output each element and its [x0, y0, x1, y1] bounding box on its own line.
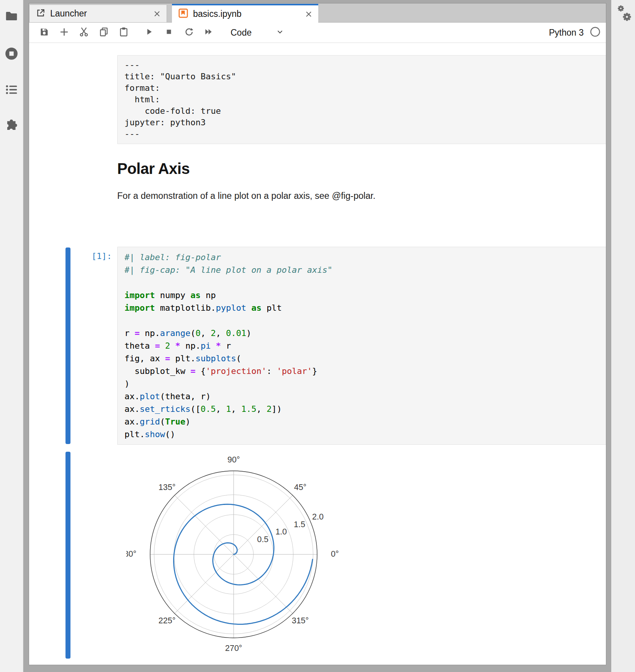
markdown-cell-row: Polar Axis For a demonstration of a line… — [65, 144, 606, 202]
copy-cells-button[interactable] — [97, 26, 110, 39]
sidebar-item-running-kernels[interactable] — [0, 40, 23, 67]
screen: Launcher basics.ipynb — [0, 0, 635, 672]
jupyterlab-window: Launcher basics.ipynb — [29, 3, 606, 665]
activity-bar — [0, 0, 23, 672]
output-collapser[interactable] — [65, 452, 70, 659]
tab-label: Launcher — [50, 8, 87, 19]
right-panel-strip — [611, 0, 635, 672]
output-gutter — [65, 451, 117, 659]
output-cell-row: 0°45°90°135°180°225°270°315°0.51.01.52.0 — [65, 451, 606, 659]
stop-icon — [164, 27, 173, 38]
tab-notebook[interactable]: basics.ipynb — [172, 4, 318, 23]
kernel-name[interactable]: Python 3 — [549, 28, 584, 38]
code-cell[interactable]: #| label: fig-polar#| fig-cap: "A line p… — [117, 247, 606, 445]
raw-cell-source[interactable]: ---title: "Quarto Basics"format: html: c… — [118, 56, 606, 144]
cell-type-value: Code — [231, 28, 252, 38]
svg-text:45°: 45° — [294, 483, 307, 492]
tab-label: basics.ipynb — [193, 9, 242, 19]
close-icon[interactable] — [143, 10, 161, 18]
output-area: 0°45°90°135°180°225°270°315°0.51.01.52.0 — [117, 451, 341, 659]
cell-type-dropdown[interactable]: Code — [231, 27, 285, 38]
puzzle-icon — [4, 118, 19, 133]
cut-icon — [79, 26, 89, 39]
tab-bar: Launcher basics.ipynb — [29, 3, 606, 23]
svg-text:2.0: 2.0 — [312, 512, 324, 521]
polar-plot-figure: 0°45°90°135°180°225°270°315°0.51.01.52.0 — [126, 451, 341, 658]
code-cell-gutter: [1]: — [65, 247, 117, 445]
cell-collapser[interactable] — [65, 247, 70, 444]
markdown-paragraph: For a demonstration of a line plot on a … — [117, 190, 606, 202]
svg-text:0.5: 0.5 — [257, 535, 268, 544]
paste-cells-button[interactable] — [117, 26, 130, 39]
restart-kernel-button[interactable] — [182, 26, 195, 39]
svg-text:0°: 0° — [331, 549, 339, 559]
interrupt-kernel-button[interactable] — [162, 26, 175, 39]
tab-launcher[interactable]: Launcher — [29, 5, 167, 22]
sidebar-item-extensions[interactable] — [0, 112, 23, 139]
chevron-down-icon — [252, 27, 285, 38]
stop-circle-icon — [4, 46, 19, 61]
launcher-icon — [36, 8, 46, 20]
close-icon[interactable] — [295, 10, 313, 18]
restart-run-all-button[interactable] — [202, 26, 215, 39]
list-icon — [4, 82, 19, 97]
svg-text:315°: 315° — [292, 616, 309, 625]
fast-forward-icon — [203, 26, 214, 39]
run-icon — [144, 27, 154, 38]
paste-icon — [118, 26, 129, 39]
svg-text:135°: 135° — [159, 483, 175, 492]
save-button[interactable] — [38, 26, 51, 39]
svg-text:1.0: 1.0 — [275, 527, 287, 536]
execution-count: [1]: — [65, 247, 117, 261]
notebook-content: ---title: "Quarto Basics"format: html: c… — [29, 43, 606, 665]
raw-cell[interactable]: ---title: "Quarto Basics"format: html: c… — [117, 55, 606, 144]
markdown-cell[interactable]: Polar Axis For a demonstration of a line… — [117, 144, 606, 202]
code-cell-row: [1]: #| label: fig-polar#| fig-cap: "A l… — [65, 247, 606, 445]
markdown-cell-gutter — [65, 144, 117, 202]
raw-cell-gutter — [65, 55, 117, 144]
svg-text:1.5: 1.5 — [294, 520, 305, 529]
save-icon — [39, 27, 49, 39]
svg-text:90°: 90° — [227, 455, 240, 464]
sidebar-item-table-of-contents[interactable] — [0, 76, 23, 103]
sidebar-item-file-browser[interactable] — [0, 2, 23, 30]
svg-text:180°: 180° — [126, 549, 136, 559]
copy-icon — [98, 26, 109, 39]
code-cell-source[interactable]: #| label: fig-polar#| fig-cap: "A line p… — [118, 247, 606, 444]
page-title: Polar Axis — [117, 159, 606, 178]
add-icon — [59, 27, 69, 39]
svg-text:225°: 225° — [159, 616, 175, 625]
folder-icon — [4, 9, 19, 23]
raw-cell-row: ---title: "Quarto Basics"format: html: c… — [65, 55, 606, 144]
kernel-status-icon[interactable] — [590, 26, 601, 39]
kernel-area: Python 3 — [549, 26, 601, 39]
svg-text:270°: 270° — [225, 644, 242, 653]
add-cell-button[interactable] — [57, 26, 70, 39]
restart-icon — [184, 27, 194, 39]
run-cell-button[interactable] — [142, 26, 155, 39]
settings-gears-icon[interactable] — [614, 3, 633, 27]
notebook-toolbar: Code Python 3 — [29, 23, 606, 43]
cut-cells-button[interactable] — [77, 26, 90, 39]
notebook-icon — [178, 8, 188, 20]
